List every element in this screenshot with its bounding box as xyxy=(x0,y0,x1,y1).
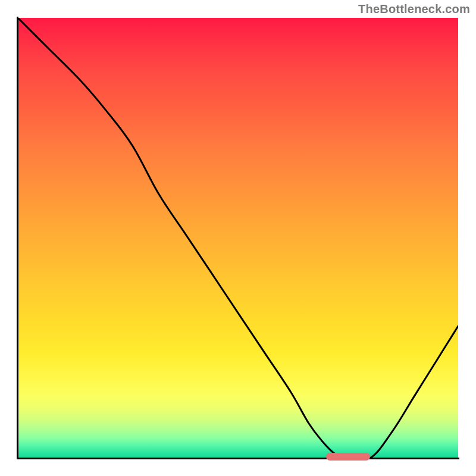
bottleneck-curve xyxy=(18,18,458,458)
chart-container: TheBottleneck.com xyxy=(0,0,476,476)
curve-layer xyxy=(18,18,458,458)
optimal-range-marker xyxy=(326,453,370,461)
watermark-text: TheBottleneck.com xyxy=(358,2,470,16)
